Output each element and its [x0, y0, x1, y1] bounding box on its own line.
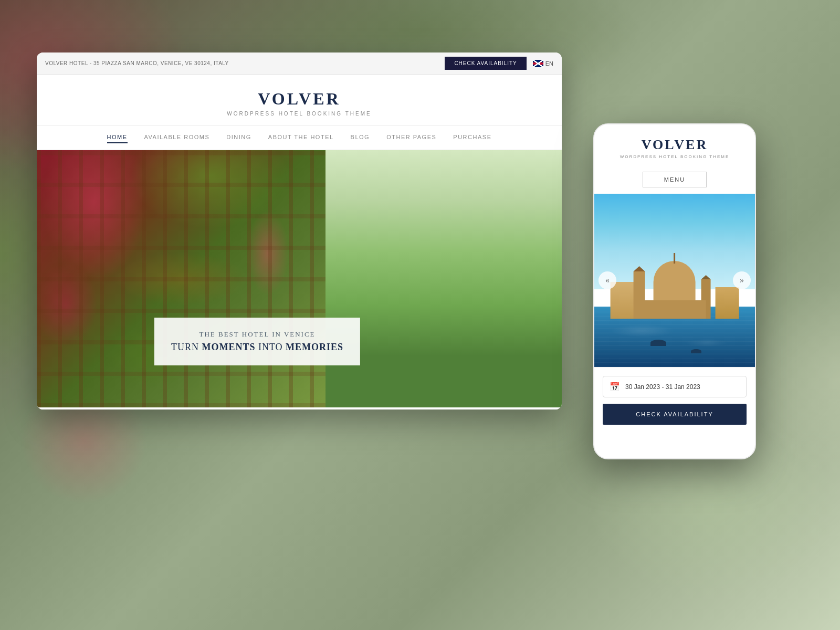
desktop-content: VOLVER WORDPRESS HOTEL BOOKING THEME HOM…	[37, 75, 562, 410]
hero-text-box: THE BEST HOTEL IN VENICE TURN MOMENTS IN…	[154, 318, 360, 365]
mobile-menu-button[interactable]: MENU	[643, 172, 707, 187]
mobile-hero-image: « »	[594, 194, 755, 367]
mobile-menu-container: MENU	[603, 172, 747, 187]
date-range-display: 30 Jan 2023 - 31 Jan 2023	[625, 383, 700, 391]
hotel-name: VOLVER	[47, 89, 551, 109]
hero-headline: TURN MOMENTS INTO MEMORIES	[171, 342, 343, 353]
venice-boat-2	[691, 349, 701, 353]
hotel-header: VOLVER WORDPRESS HOTEL BOOKING THEME	[37, 75, 562, 125]
topbar-right: CHECK AVAILABILITY EN	[445, 57, 553, 70]
mobile-mockup: VOLVER WORDPRESS HOTEL BOOKING THEME MEN…	[593, 123, 756, 459]
hotel-subtitle: WORDPRESS HOTEL BOOKING THEME	[47, 111, 551, 117]
nav-item-dining[interactable]: DINING	[226, 132, 251, 143]
venice-dome	[643, 261, 706, 319]
venice-building-left	[611, 282, 637, 319]
nav-item-about[interactable]: ABOUT THE HOTEL	[268, 132, 334, 143]
hero-section: THE BEST HOTEL IN VENICE TURN MOMENTS IN…	[37, 150, 562, 407]
mobile-content: VOLVER WORDPRESS HOTEL BOOKING THEME MEN…	[594, 124, 755, 458]
hero-image-flowers	[37, 150, 326, 407]
mobile-hotel-subtitle: WORDPRESS HOTEL BOOKING THEME	[603, 154, 747, 159]
prev-slide-button[interactable]: «	[598, 271, 616, 289]
desktop-mockup: VOLVER HOTEL - 35 PIAZZA SAN MARCO, VENI…	[37, 52, 562, 410]
venice-building-right	[715, 287, 739, 319]
venice-boat-1	[650, 340, 666, 346]
nav-item-rooms[interactable]: AVAILABLE ROOMS	[144, 132, 210, 143]
desktop-topbar: VOLVER HOTEL - 35 PIAZZA SAN MARCO, VENI…	[37, 52, 562, 75]
hero-tagline: THE BEST HOTEL IN VENICE	[171, 330, 343, 339]
date-picker[interactable]: 📅 30 Jan 2023 - 31 Jan 2023	[603, 376, 747, 397]
next-slide-button[interactable]: »	[733, 271, 751, 289]
check-availability-button-top[interactable]: CHECK AVAILABILITY	[445, 57, 526, 70]
nav-item-purchase[interactable]: PURCHASE	[453, 132, 491, 143]
dome-cross	[674, 253, 675, 264]
calendar-icon: 📅	[610, 382, 620, 392]
hero-headline-end: MEMORIES	[286, 342, 343, 352]
mobile-hotel-name: VOLVER	[603, 137, 747, 153]
language-code: EN	[545, 60, 553, 67]
language-selector[interactable]: EN	[533, 60, 553, 67]
hero-image-pool	[326, 150, 562, 407]
venice-buildings	[611, 223, 739, 319]
nav-item-other[interactable]: OTHER PAGES	[386, 132, 436, 143]
mobile-booking-section: 📅 30 Jan 2023 - 31 Jan 2023 CHECK AVAILA…	[594, 367, 755, 433]
hero-headline-mid: INTO	[255, 342, 286, 352]
flag-icon	[533, 60, 543, 67]
venice-scene	[594, 194, 755, 367]
hero-headline-pre: TURN	[171, 342, 202, 352]
nav-item-blog[interactable]: BLOG	[351, 132, 370, 143]
nav-item-home[interactable]: HOME	[107, 132, 128, 143]
hotel-address: VOLVER HOTEL - 35 PIAZZA SAN MARCO, VENI…	[45, 60, 229, 66]
check-availability-button-mobile[interactable]: CHECK AVAILABILITY	[603, 404, 747, 425]
mobile-hotel-header: VOLVER WORDPRESS HOTEL BOOKING THEME	[594, 124, 755, 167]
main-navigation: HOME AVAILABLE ROOMS DINING ABOUT THE HO…	[37, 125, 562, 150]
hero-headline-bold: MOMENTS	[202, 342, 255, 352]
